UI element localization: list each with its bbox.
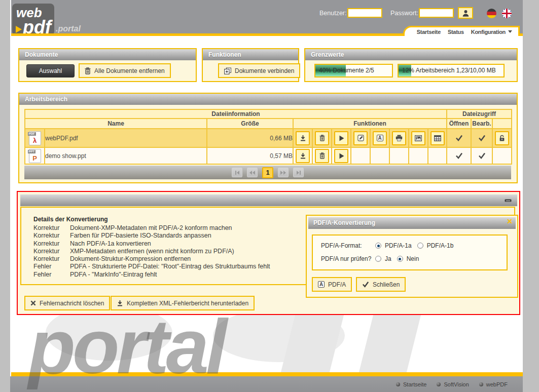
panel-dokumente-title: Dokumente [19,49,196,60]
download-button[interactable] [296,149,310,163]
entry-type: Korrektur [33,248,70,255]
passwort-input[interactable] [419,8,454,18]
play-icon [339,153,344,159]
remove-all-documents-button[interactable]: Alle Dokumente entfernen [79,63,171,78]
edit-check-icon [478,135,486,141]
conversion-details-title: Details der Konvertierung [33,216,108,223]
pdfa-convert-button[interactable]: A PDF/A [312,277,352,292]
entry-type: Korrektur [33,240,70,248]
conversion-entry: FehlerPDFA - "MarkInfo"-Eintrag fehlt [33,271,270,279]
entry-type: Fehler [33,263,70,270]
last-page-button[interactable] [293,168,304,177]
login-button[interactable] [458,7,473,19]
header-groesse: Größe [207,119,293,129]
pdfa-check-label: PDF/A nur prüfen? [321,255,373,262]
pdfa-options-fieldset: PDF/A-Format: PDF/A-1a PDF/A-1b PDF/A nu… [312,234,508,270]
workspace-progress-label: 12% Arbeitsbereich 1,23/10,00 MB [402,65,496,76]
header-dateizugriff: Dateizugriff [447,109,512,119]
panel-arbeitsbereich: Arbeitsbereich Dateiinformation Dateizug… [18,93,518,183]
merge-documents-button[interactable]: Dokumente verbinden [218,63,300,78]
header-oeffnen: Öffnen [447,119,471,129]
pdfa-conversion-dialog: PDF/A-Konvertierung ✕ PDF/A-Format: PDF/… [306,215,518,298]
header-bearb: Bearb. [471,119,492,129]
entry-text: Nach PDF/A-1a konvertieren [70,240,151,248]
merge-documents-icon [224,67,231,74]
nav-konfiguration[interactable]: Konfiguration [471,29,506,35]
open-check-icon [455,152,463,159]
run-button[interactable] [334,131,348,145]
conversion-entries: KorrekturDokument-XMP-Metadaten mit PDF/… [33,224,270,279]
nav-status[interactable]: Status [448,29,464,35]
nav-startseite[interactable]: Startseite [417,29,441,35]
close-dialog-button[interactable]: Schließen [356,277,406,292]
delete-button[interactable] [315,131,329,145]
radio-pdfa-1a[interactable] [375,243,381,249]
page: portal web pdf .portal Benutzer: Passwor… [10,0,523,392]
table-row-demoshow[interactable]: PPTP demo show.ppt 0,57 MB [25,147,512,164]
pdfa-button[interactable]: A [373,131,387,145]
pagination-bar: 1 [24,166,511,179]
table-row-webpdf[interactable]: PDFλ webPDF.pdf 0,66 MB A [25,129,512,147]
file-size: 0,66 MB [207,129,293,147]
pdfa-format-label: PDF/A-Format: [321,242,373,249]
trash-icon [85,67,91,74]
user-icon [462,10,470,17]
print-button[interactable] [392,131,406,145]
german-flag-icon[interactable] [487,9,496,18]
conversion-alert-panel: Details der Konvertierung KorrekturDokum… [17,191,520,315]
close-dialog-label: Schließen [373,281,400,288]
entry-text: Dokument-XMP-Metadaten mit PDF/A-2 konfo… [70,224,232,232]
bullet-icon [479,382,483,386]
prev-page-button[interactable] [247,168,258,177]
pdfa-icon: A [318,281,325,288]
first-page-button[interactable] [232,168,242,177]
conversion-entry: KorrekturDokument-XMP-Metadaten mit PDF/… [33,224,270,232]
entry-type: Fehler [33,271,70,279]
play-icon [339,135,344,141]
pdf-file-icon: PDFλ [29,131,41,145]
logo-arrow-icon [16,26,22,33]
table-export-button[interactable] [430,131,445,145]
benutzer-label: Benutzer: [319,9,347,17]
minimize-button[interactable] [505,199,512,202]
uk-flag-icon[interactable] [502,9,512,18]
printer-icon [396,135,403,141]
edit-button[interactable] [353,131,368,145]
pdfa-convert-label: PDF/A [328,281,346,288]
table-icon [434,135,441,141]
current-page-button[interactable]: 1 [262,167,273,178]
run-button[interactable] [334,149,348,163]
radio-nein[interactable] [397,256,403,262]
footer-link-softvision[interactable]: SoftVision [437,381,469,387]
unlock-button[interactable] [495,131,509,145]
header-dateiinformation: Dateiinformation [25,109,447,119]
next-page-button[interactable] [278,168,289,177]
logo-pdf-text: pdf [23,17,51,35]
conversion-entry: KorrekturFarben für PDF-basierte ISO-Sta… [33,232,270,240]
download-icon [300,152,306,159]
entry-text: XMP-Metadaten entfernen (wenn nicht konf… [70,248,234,255]
passwort-label: Passwort: [390,9,418,17]
file-name: demo show.ppt [45,147,207,164]
panel-dokumente: Dokumente Auswahl Alle Dokumente entfern… [18,48,197,82]
pdfa-icon: A [377,135,383,141]
footer-link-webpdf[interactable]: webPDF [479,381,508,387]
bullet-icon [396,382,400,386]
trash-icon [319,152,325,159]
alert-panel-header [20,194,517,206]
pdfa-1a-label: PDF/A-1a [385,242,412,249]
close-icon[interactable]: ✕ [507,216,513,227]
footer-link-startseite[interactable]: Startseite [396,381,426,387]
file-icon-cell: PDFλ [25,129,45,147]
remove-all-documents-label: Alle Dokumente entfernen [94,67,165,74]
radio-ja[interactable] [375,256,381,262]
download-button[interactable] [296,131,310,145]
radio-pdfa-1b[interactable] [417,243,423,249]
open-check-icon [455,135,463,141]
pdfa-dialog-title: PDF/A-Konvertierung [308,217,516,229]
image-icon [415,135,422,141]
benutzer-input[interactable] [347,8,382,18]
delete-button[interactable] [315,149,329,163]
auswahl-button[interactable]: Auswahl [26,64,75,77]
image-export-button[interactable] [411,131,425,145]
